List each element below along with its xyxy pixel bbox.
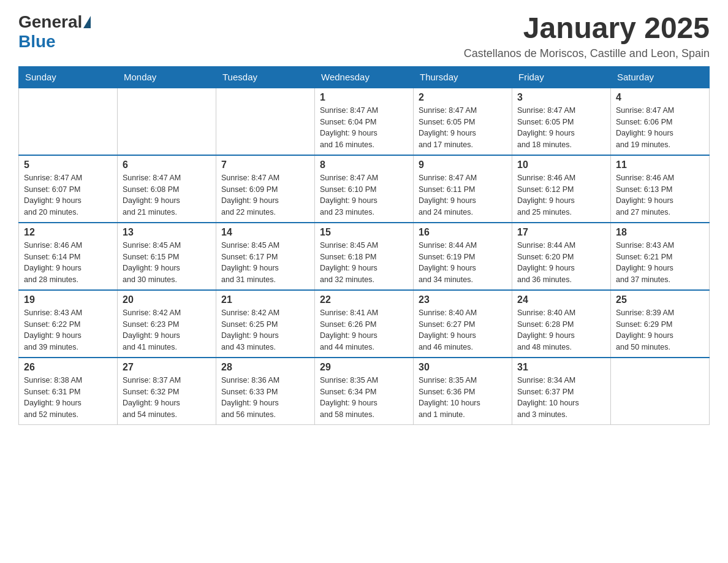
day-info: Sunrise: 8:34 AMSunset: 6:37 PMDaylight:… bbox=[517, 375, 605, 421]
day-info: Sunrise: 8:46 AMSunset: 6:12 PMDaylight:… bbox=[517, 172, 605, 218]
calendar-cell: 9Sunrise: 8:47 AMSunset: 6:11 PMDaylight… bbox=[414, 155, 512, 223]
calendar-cell bbox=[118, 88, 216, 155]
day-header-friday: Friday bbox=[512, 66, 611, 88]
month-title: January 2025 bbox=[464, 12, 710, 45]
day-number: 19 bbox=[24, 294, 112, 305]
calendar-cell: 15Sunrise: 8:45 AMSunset: 6:18 PMDayligh… bbox=[315, 223, 414, 290]
calendar-cell: 21Sunrise: 8:42 AMSunset: 6:25 PMDayligh… bbox=[216, 290, 315, 358]
calendar-cell: 2Sunrise: 8:47 AMSunset: 6:05 PMDaylight… bbox=[414, 88, 512, 155]
day-info: Sunrise: 8:41 AMSunset: 6:26 PMDaylight:… bbox=[320, 307, 408, 353]
day-header-wednesday: Wednesday bbox=[315, 66, 414, 88]
day-number: 18 bbox=[616, 227, 704, 238]
day-info: Sunrise: 8:47 AMSunset: 6:05 PMDaylight:… bbox=[517, 105, 605, 151]
calendar-cell: 11Sunrise: 8:46 AMSunset: 6:13 PMDayligh… bbox=[611, 155, 710, 223]
day-info: Sunrise: 8:36 AMSunset: 6:33 PMDaylight:… bbox=[221, 375, 309, 421]
calendar-cell: 12Sunrise: 8:46 AMSunset: 6:14 PMDayligh… bbox=[19, 223, 118, 290]
calendar-header: SundayMondayTuesdayWednesdayThursdayFrid… bbox=[19, 66, 710, 88]
day-info: Sunrise: 8:39 AMSunset: 6:29 PMDaylight:… bbox=[616, 307, 704, 353]
day-header-sunday: Sunday bbox=[19, 66, 118, 88]
calendar-cell: 27Sunrise: 8:37 AMSunset: 6:32 PMDayligh… bbox=[118, 358, 216, 425]
header-row: SundayMondayTuesdayWednesdayThursdayFrid… bbox=[19, 66, 710, 88]
day-info: Sunrise: 8:43 AMSunset: 6:21 PMDaylight:… bbox=[616, 240, 704, 286]
day-number: 9 bbox=[419, 159, 507, 170]
day-info: Sunrise: 8:46 AMSunset: 6:13 PMDaylight:… bbox=[616, 172, 704, 218]
day-number: 17 bbox=[517, 227, 605, 238]
day-number: 13 bbox=[123, 227, 211, 238]
calendar-cell: 10Sunrise: 8:46 AMSunset: 6:12 PMDayligh… bbox=[512, 155, 611, 223]
logo-text: General bbox=[18, 12, 92, 32]
day-info: Sunrise: 8:47 AMSunset: 6:08 PMDaylight:… bbox=[123, 172, 211, 218]
day-info: Sunrise: 8:38 AMSunset: 6:31 PMDaylight:… bbox=[24, 375, 112, 421]
calendar-cell: 28Sunrise: 8:36 AMSunset: 6:33 PMDayligh… bbox=[216, 358, 315, 425]
day-info: Sunrise: 8:40 AMSunset: 6:27 PMDaylight:… bbox=[419, 307, 507, 353]
day-number: 22 bbox=[320, 294, 408, 305]
day-number: 7 bbox=[221, 159, 309, 170]
calendar-cell: 8Sunrise: 8:47 AMSunset: 6:10 PMDaylight… bbox=[315, 155, 414, 223]
day-info: Sunrise: 8:47 AMSunset: 6:07 PMDaylight:… bbox=[24, 172, 112, 218]
week-row-2: 5Sunrise: 8:47 AMSunset: 6:07 PMDaylight… bbox=[19, 155, 710, 223]
day-info: Sunrise: 8:47 AMSunset: 6:04 PMDaylight:… bbox=[320, 105, 408, 151]
title-area: January 2025 Castellanos de Moriscos, Ca… bbox=[464, 12, 710, 60]
page-header: General Blue January 2025 Castellanos de… bbox=[18, 12, 710, 60]
day-number: 24 bbox=[517, 294, 605, 305]
day-number: 29 bbox=[320, 362, 408, 373]
day-info: Sunrise: 8:45 AMSunset: 6:17 PMDaylight:… bbox=[221, 240, 309, 286]
day-info: Sunrise: 8:45 AMSunset: 6:18 PMDaylight:… bbox=[320, 240, 408, 286]
logo-blue: Blue bbox=[18, 32, 56, 51]
day-number: 5 bbox=[24, 159, 112, 170]
day-number: 4 bbox=[616, 92, 704, 103]
calendar-cell: 7Sunrise: 8:47 AMSunset: 6:09 PMDaylight… bbox=[216, 155, 315, 223]
day-info: Sunrise: 8:35 AMSunset: 6:34 PMDaylight:… bbox=[320, 375, 408, 421]
calendar-cell: 22Sunrise: 8:41 AMSunset: 6:26 PMDayligh… bbox=[315, 290, 414, 358]
day-info: Sunrise: 8:35 AMSunset: 6:36 PMDaylight:… bbox=[419, 375, 507, 421]
calendar-cell: 14Sunrise: 8:45 AMSunset: 6:17 PMDayligh… bbox=[216, 223, 315, 290]
day-number: 27 bbox=[123, 362, 211, 373]
day-number: 15 bbox=[320, 227, 408, 238]
day-info: Sunrise: 8:42 AMSunset: 6:23 PMDaylight:… bbox=[123, 307, 211, 353]
day-number: 31 bbox=[517, 362, 605, 373]
calendar-cell: 30Sunrise: 8:35 AMSunset: 6:36 PMDayligh… bbox=[414, 358, 512, 425]
day-number: 28 bbox=[221, 362, 309, 373]
logo-general: General bbox=[18, 12, 82, 32]
day-info: Sunrise: 8:44 AMSunset: 6:19 PMDaylight:… bbox=[419, 240, 507, 286]
calendar-cell: 4Sunrise: 8:47 AMSunset: 6:06 PMDaylight… bbox=[611, 88, 710, 155]
calendar-cell bbox=[216, 88, 315, 155]
calendar-cell: 16Sunrise: 8:44 AMSunset: 6:19 PMDayligh… bbox=[414, 223, 512, 290]
calendar-cell: 17Sunrise: 8:44 AMSunset: 6:20 PMDayligh… bbox=[512, 223, 611, 290]
logo: General Blue bbox=[18, 12, 92, 52]
day-number: 20 bbox=[123, 294, 211, 305]
day-header-saturday: Saturday bbox=[611, 66, 710, 88]
day-info: Sunrise: 8:47 AMSunset: 6:09 PMDaylight:… bbox=[221, 172, 309, 218]
day-info: Sunrise: 8:47 AMSunset: 6:10 PMDaylight:… bbox=[320, 172, 408, 218]
day-number: 21 bbox=[221, 294, 309, 305]
day-info: Sunrise: 8:43 AMSunset: 6:22 PMDaylight:… bbox=[24, 307, 112, 353]
day-info: Sunrise: 8:47 AMSunset: 6:11 PMDaylight:… bbox=[419, 172, 507, 218]
day-info: Sunrise: 8:45 AMSunset: 6:15 PMDaylight:… bbox=[123, 240, 211, 286]
calendar-cell: 23Sunrise: 8:40 AMSunset: 6:27 PMDayligh… bbox=[414, 290, 512, 358]
calendar-cell: 26Sunrise: 8:38 AMSunset: 6:31 PMDayligh… bbox=[19, 358, 118, 425]
day-number: 14 bbox=[221, 227, 309, 238]
day-number: 16 bbox=[419, 227, 507, 238]
day-info: Sunrise: 8:37 AMSunset: 6:32 PMDaylight:… bbox=[123, 375, 211, 421]
day-number: 25 bbox=[616, 294, 704, 305]
calendar-cell: 25Sunrise: 8:39 AMSunset: 6:29 PMDayligh… bbox=[611, 290, 710, 358]
week-row-1: 1Sunrise: 8:47 AMSunset: 6:04 PMDaylight… bbox=[19, 88, 710, 155]
day-number: 3 bbox=[517, 92, 605, 103]
calendar-cell: 1Sunrise: 8:47 AMSunset: 6:04 PMDaylight… bbox=[315, 88, 414, 155]
calendar-cell: 20Sunrise: 8:42 AMSunset: 6:23 PMDayligh… bbox=[118, 290, 216, 358]
day-info: Sunrise: 8:40 AMSunset: 6:28 PMDaylight:… bbox=[517, 307, 605, 353]
calendar-cell: 19Sunrise: 8:43 AMSunset: 6:22 PMDayligh… bbox=[19, 290, 118, 358]
day-header-thursday: Thursday bbox=[414, 66, 512, 88]
day-header-monday: Monday bbox=[118, 66, 216, 88]
calendar-cell: 3Sunrise: 8:47 AMSunset: 6:05 PMDaylight… bbox=[512, 88, 611, 155]
day-number: 6 bbox=[123, 159, 211, 170]
week-row-5: 26Sunrise: 8:38 AMSunset: 6:31 PMDayligh… bbox=[19, 358, 710, 425]
day-header-tuesday: Tuesday bbox=[216, 66, 315, 88]
day-number: 23 bbox=[419, 294, 507, 305]
day-number: 30 bbox=[419, 362, 507, 373]
calendar-cell: 29Sunrise: 8:35 AMSunset: 6:34 PMDayligh… bbox=[315, 358, 414, 425]
calendar-cell: 31Sunrise: 8:34 AMSunset: 6:37 PMDayligh… bbox=[512, 358, 611, 425]
calendar-cell: 13Sunrise: 8:45 AMSunset: 6:15 PMDayligh… bbox=[118, 223, 216, 290]
day-number: 8 bbox=[320, 159, 408, 170]
week-row-3: 12Sunrise: 8:46 AMSunset: 6:14 PMDayligh… bbox=[19, 223, 710, 290]
